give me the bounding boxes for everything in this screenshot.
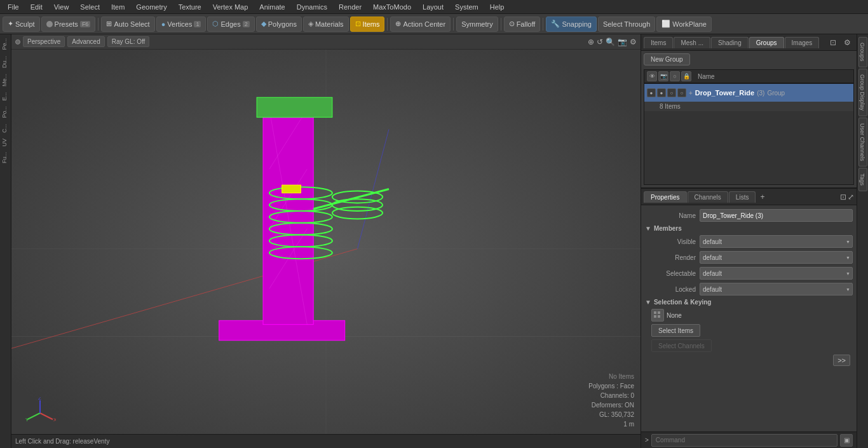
new-group-button[interactable]: New Group bbox=[644, 53, 690, 65]
col-render-icon[interactable]: 📷 bbox=[658, 71, 668, 81]
prop-selectable-select[interactable]: default bbox=[700, 267, 853, 280]
sidebar-item-pe[interactable]: Pe... bbox=[0, 36, 11, 53]
menu-view[interactable]: View bbox=[49, 2, 74, 12]
svg-line-24 bbox=[40, 413, 53, 419]
prop-locked-select[interactable]: default bbox=[700, 283, 853, 295]
vert-tab-user-channels[interactable]: User Channels bbox=[858, 118, 867, 167]
viewport-advanced-button[interactable]: Advanced bbox=[67, 36, 104, 47]
groups-col-name-header: Name bbox=[698, 73, 851, 80]
toolbar-sep-4 bbox=[501, 18, 501, 31]
tab-images[interactable]: Images bbox=[785, 37, 820, 48]
viewport-move-icon[interactable]: ⊕ bbox=[588, 37, 594, 46]
col-eye-icon[interactable]: 👁 bbox=[647, 71, 657, 81]
group-expand-icon[interactable]: + bbox=[689, 90, 693, 97]
edges-button[interactable]: ⬡ Edges 2 bbox=[207, 17, 254, 32]
prop-tab-add-button[interactable]: + bbox=[756, 191, 768, 203]
col-visibility-icon[interactable]: ○ bbox=[670, 71, 680, 81]
sidebar-item-du[interactable]: Du... bbox=[0, 53, 11, 71]
vert-tab-groups[interactable]: Groups bbox=[858, 37, 867, 67]
vert-tab-group-display[interactable]: Group Display bbox=[858, 69, 867, 116]
menu-geometry[interactable]: Geometry bbox=[131, 2, 172, 12]
menu-vertex-map[interactable]: Vertex Map bbox=[208, 2, 254, 12]
menu-animate[interactable]: Animate bbox=[254, 2, 290, 12]
menu-select[interactable]: Select bbox=[75, 2, 105, 12]
group-vis-icon[interactable]: ○ bbox=[667, 88, 676, 97]
viewport-zoom-icon[interactable]: 🔍 bbox=[606, 37, 615, 46]
group-item-icons: ● ● ○ ○ bbox=[647, 88, 686, 97]
items-button[interactable]: ⊡ Items bbox=[350, 17, 385, 32]
prop-visible-row: Visible default bbox=[645, 235, 853, 248]
prop-locked-row: Locked default bbox=[645, 283, 853, 295]
auto-select-button[interactable]: ⊞ Auto Select bbox=[101, 17, 154, 32]
group-eye-icon[interactable]: ● bbox=[647, 88, 656, 97]
presets-button[interactable]: Presets F6 bbox=[41, 17, 96, 32]
selection-keying-triangle-icon[interactable]: ▼ bbox=[645, 299, 651, 306]
menu-item[interactable]: Item bbox=[106, 2, 130, 12]
menu-layout[interactable]: Layout bbox=[417, 2, 449, 12]
group-lock-icon[interactable]: ○ bbox=[677, 88, 686, 97]
viewport-rotate-icon[interactable]: ↺ bbox=[597, 37, 603, 46]
sidebar-item-me[interactable]: Me... bbox=[0, 71, 11, 89]
menu-system[interactable]: System bbox=[450, 2, 484, 12]
materials-button[interactable]: ◈ Materials bbox=[303, 17, 349, 32]
svg-rect-32 bbox=[654, 315, 656, 318]
tab-groups[interactable]: Groups bbox=[749, 37, 784, 48]
falloff-button[interactable]: ⊙ Falloff bbox=[504, 17, 541, 32]
prop-tab-channels[interactable]: Channels bbox=[688, 191, 728, 203]
prop-selectable-select-wrapper: default bbox=[700, 267, 853, 280]
prop-render-select[interactable]: default bbox=[700, 251, 853, 264]
sidebar-item-e[interactable]: E... bbox=[0, 90, 11, 104]
prop-fullscreen-icon[interactable]: ⤢ bbox=[848, 193, 854, 201]
prop-tab-lists[interactable]: Lists bbox=[729, 191, 756, 203]
main-layout: Pe... Du... Me... E... Po... C... UV Fu.… bbox=[0, 34, 868, 448]
right-tab-expand-icon[interactable]: ⊡ bbox=[827, 37, 839, 48]
prop-name-row: Name bbox=[645, 209, 853, 222]
menu-edit[interactable]: Edit bbox=[25, 2, 48, 12]
menu-texture[interactable]: Texture bbox=[173, 2, 207, 12]
snapping-button[interactable]: 🔧 Snapping bbox=[546, 17, 597, 32]
sidebar-item-fu[interactable]: Fu... bbox=[0, 149, 11, 166]
menu-dynamics[interactable]: Dynamics bbox=[292, 2, 332, 12]
tab-mesh[interactable]: Mesh ... bbox=[674, 37, 710, 48]
action-center-button[interactable]: ⊕ Action Center bbox=[390, 17, 451, 32]
status-scale: 1 m bbox=[588, 419, 634, 429]
select-items-button[interactable]: Select Items bbox=[651, 324, 700, 337]
menu-maxtomodo[interactable]: MaxToModo bbox=[368, 2, 416, 12]
command-input[interactable] bbox=[651, 434, 837, 447]
prop-expand-icon[interactable]: ⊡ bbox=[840, 193, 846, 201]
viewport-render-icon[interactable]: 📷 bbox=[618, 37, 627, 46]
select-channels-button[interactable]: Select Channels bbox=[651, 339, 712, 352]
viewport-canvas[interactable]: X Y Z No Items Polygons : Face Channels:… bbox=[11, 50, 641, 448]
sidebar-item-uv[interactable]: UV bbox=[0, 136, 11, 149]
viewport-settings-icon[interactable]: ⚙ bbox=[630, 37, 637, 46]
right-tab-settings-icon[interactable]: ⚙ bbox=[841, 37, 854, 48]
select-through-button[interactable]: Select Through bbox=[598, 17, 655, 32]
vertices-button[interactable]: ● Vertices 1 bbox=[156, 17, 207, 32]
viewport-type-button[interactable]: Perspective bbox=[23, 36, 65, 47]
prop-visible-select[interactable]: default bbox=[700, 235, 853, 248]
svg-rect-31 bbox=[658, 311, 660, 314]
viewport-raygl-button[interactable]: Ray GL: Off bbox=[107, 36, 150, 47]
command-submit-button[interactable]: ▣ bbox=[840, 434, 853, 447]
sculpt-button[interactable]: ✦ Sculpt bbox=[3, 17, 40, 32]
forward-button[interactable]: >> bbox=[833, 355, 850, 366]
sel-key-items-row: Select Items bbox=[645, 324, 853, 337]
tab-items[interactable]: Items bbox=[644, 37, 673, 48]
col-lock-icon[interactable]: 🔒 bbox=[681, 71, 691, 81]
menu-file[interactable]: File bbox=[3, 2, 24, 12]
symmetry-button[interactable]: Symmetry bbox=[456, 17, 498, 32]
group-item-drop-tower[interactable]: ● ● ○ ○ + Drop_Tower_Ride (3) Group bbox=[644, 84, 853, 102]
workplane-button[interactable]: ⬜ WorkPlane bbox=[656, 17, 712, 32]
sidebar-item-po[interactable]: Po... bbox=[0, 104, 11, 121]
menu-help[interactable]: Help bbox=[485, 2, 510, 12]
menu-render[interactable]: Render bbox=[334, 2, 367, 12]
vert-tab-tags[interactable]: Tags bbox=[858, 168, 867, 191]
polygons-button[interactable]: ◆ Polygons bbox=[256, 17, 302, 32]
prop-tab-properties[interactable]: Properties bbox=[644, 191, 687, 203]
sidebar-item-c[interactable]: C... bbox=[0, 121, 11, 135]
prop-name-input[interactable] bbox=[700, 209, 853, 222]
group-render-icon[interactable]: ● bbox=[657, 88, 666, 97]
tab-shading[interactable]: Shading bbox=[711, 37, 749, 48]
properties-content: Name ▼ Members Visible default bbox=[641, 205, 857, 431]
members-triangle-icon[interactable]: ▼ bbox=[645, 225, 651, 232]
